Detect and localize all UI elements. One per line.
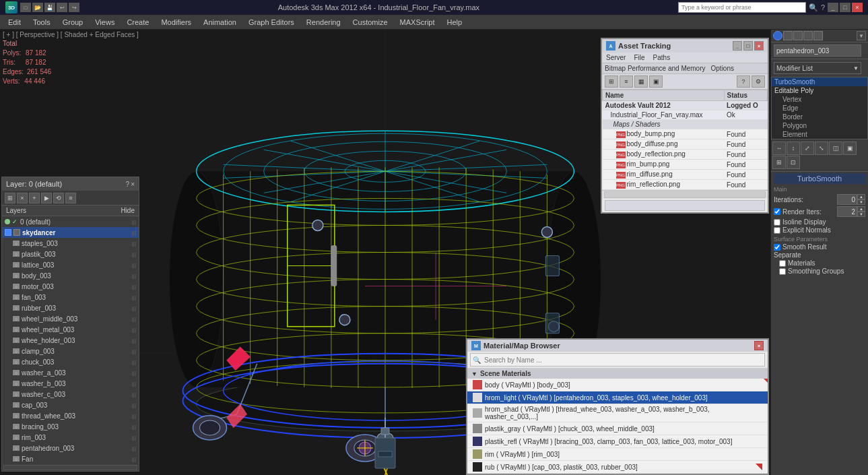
table-row[interactable]: PNGbody_reflection.png Found (603, 150, 768, 160)
minimize-btn[interactable]: _ (828, 3, 838, 12)
search-icon[interactable]: 🔍 (809, 3, 818, 12)
mat-item-rim[interactable]: rim ( VRayMtl ) [rim_003] (467, 448, 768, 461)
layer-panel-close[interactable]: × (131, 181, 135, 188)
layer-item-body[interactable]: ○ body_003 ||| (10, 270, 139, 281)
ts-iterations-up[interactable]: ▲ (857, 194, 865, 199)
layer-item-cap[interactable]: ○ cap_003 ||| (10, 400, 139, 410)
menu-group[interactable]: Group (57, 17, 89, 28)
layer-item-chuck[interactable]: ○ chuck_003 ||| (10, 356, 139, 367)
modifier-sub-border[interactable]: Border (772, 113, 867, 121)
layer-item-pentahedron[interactable]: ○ pentahedron_003 ||| (10, 443, 139, 453)
ts-isoline-check[interactable]: Isoline Display (774, 218, 865, 226)
layer-item-motor[interactable]: ○ motor_003 ||| (10, 281, 139, 292)
asset-tb-2[interactable]: ≡ (620, 75, 633, 88)
table-row[interactable]: Autodesk Vault 2012 Logged O (603, 101, 768, 110)
undo-btn[interactable]: ↩ (57, 3, 67, 12)
layer-scrollbar[interactable] (3, 465, 137, 470)
menu-tools[interactable]: Tools (28, 17, 56, 28)
asset-maximize-btn[interactable]: □ (743, 41, 753, 51)
layer-tb-refresh[interactable]: ⟲ (53, 193, 64, 203)
mat-item-hrom-shad[interactable]: hrom_shad ( VRayMtl ) [thread_whee_003, … (467, 404, 768, 422)
layer-item-rim[interactable]: ○ rim_003 ||| (10, 432, 139, 443)
table-row[interactable]: PNGrim_reflection.png Found (603, 180, 768, 190)
asset-menu-paths[interactable]: Paths (652, 53, 672, 62)
layer-item-wheel-metal[interactable]: ○ wheel_metal_003 ||| (10, 324, 139, 335)
asset-tb-4[interactable]: ▣ (649, 75, 663, 88)
layer-tb-expand[interactable]: ▶ (41, 193, 52, 203)
redo-btn[interactable]: ↪ (69, 3, 79, 12)
asset-bitmap-perf[interactable]: Bitmap Performance and Memory (605, 65, 706, 72)
menu-views[interactable]: Views (90, 17, 120, 28)
layer-item-plastik[interactable]: ○ plastik_003 ||| (10, 249, 139, 259)
color-icon-2[interactable] (783, 31, 793, 40)
layer-item-staples[interactable]: ○ staples_003 ||| (10, 238, 139, 249)
ts-explicit-normals-check[interactable]: Explicit Normals (774, 226, 865, 234)
layer-item-skydancer[interactable]: skydancer ||| (2, 227, 139, 238)
layer-item-default[interactable]: ✓ 0 (default) ||| (2, 216, 139, 227)
layer-item-washer-b[interactable]: ○ washer_b_003 ||| (10, 378, 139, 389)
color-icon-1[interactable] (773, 31, 782, 40)
layer-item-whee-holder[interactable]: ○ whee_holder_003 ||| (10, 335, 139, 346)
ts-explicit-normals-checkbox[interactable] (774, 227, 780, 234)
layer-item-washer-c[interactable]: ○ washer_c_003 ||| (10, 389, 139, 400)
ts-render-iters-value[interactable]: 2 (837, 206, 857, 217)
asset-options[interactable]: Options (711, 65, 734, 72)
ts-render-iters-check[interactable]: Render Iters: (774, 208, 822, 216)
right-tb-1[interactable]: ↔ (772, 141, 786, 155)
asset-close-btn[interactable]: × (754, 41, 764, 51)
mat-item-rub[interactable]: rub ( VRayMtl ) [cap_003, plastik_003, r… (467, 461, 768, 474)
search-input[interactable] (678, 2, 806, 13)
close-btn[interactable]: × (852, 3, 863, 12)
right-tb-3[interactable]: ⤢ (801, 141, 814, 155)
layer-item-washer-a[interactable]: ○ washer_a_003 ||| (10, 367, 139, 378)
help-icon[interactable]: ? (821, 3, 825, 11)
layer-item-rubber[interactable]: ○ rubber_003 ||| (10, 303, 139, 313)
material-close-btn[interactable]: × (754, 341, 764, 350)
asset-minimize-btn[interactable]: _ (733, 41, 742, 51)
table-row[interactable]: Industrial_Floor_Fan_vray.max Ok (603, 110, 768, 120)
table-row[interactable]: Maps / Shaders (603, 120, 768, 129)
material-section-title[interactable]: ▼ Scene Materials (467, 369, 768, 379)
mat-item-body[interactable]: body ( VRayMtl ) [body_003] (467, 379, 768, 391)
asset-menu-server[interactable]: Server (605, 53, 627, 62)
ts-iterations-value[interactable]: 0 (837, 194, 857, 205)
modifier-editable-poly[interactable]: Editable Poly (772, 86, 867, 95)
menu-maxscript[interactable]: MAXScript (395, 17, 440, 28)
object-name-input[interactable] (774, 44, 861, 57)
asset-menu-file[interactable]: File (632, 53, 646, 62)
right-tb-4[interactable]: ⤡ (815, 141, 828, 155)
table-row[interactable]: PNGbody_bump.png Found (603, 129, 768, 139)
asset-col-status[interactable]: Status (724, 90, 767, 101)
modifier-turbosmooth[interactable]: TurboSmooth (772, 77, 867, 86)
menu-graph-editors[interactable]: Graph Editors (243, 17, 300, 28)
table-row[interactable]: PNGbody_diffuse.png Found (603, 139, 768, 150)
asset-tb-3[interactable]: ▦ (634, 75, 648, 88)
ts-render-iters-checkbox[interactable] (774, 208, 780, 215)
mat-item-plastik-refl[interactable]: plastik_refl ( VRayMtl ) [bracing_003, c… (467, 435, 768, 448)
asset-col-name[interactable]: Name (603, 90, 725, 101)
menu-help[interactable]: Help (442, 17, 468, 28)
menu-animation[interactable]: Animation (198, 17, 242, 28)
ts-iterations-down[interactable]: ▼ (857, 199, 865, 205)
color-icon-4[interactable] (803, 31, 813, 40)
ts-render-iters-down[interactable]: ▼ (857, 212, 865, 217)
new-btn[interactable]: □ (20, 3, 31, 12)
asset-tb-1[interactable]: ⊞ (605, 75, 618, 88)
menu-create[interactable]: Create (121, 17, 154, 28)
ts-smoothing-groups-checkbox[interactable] (779, 268, 786, 275)
ts-materials-checkbox[interactable] (779, 260, 786, 267)
right-tb-2[interactable]: ↕ (787, 141, 800, 155)
layer-tb-grid[interactable]: ⊞ (5, 193, 15, 203)
right-tb-6[interactable]: ▣ (843, 141, 857, 155)
open-btn[interactable]: 📂 (32, 3, 43, 12)
right-expand-btn[interactable]: ▼ (857, 31, 866, 40)
layer-item-clamp[interactable]: ○ clamp_003 ||| (10, 346, 139, 356)
layer-item-wheel-middle[interactable]: ○ wheel_middle_003 ||| (10, 313, 139, 324)
mat-item-plastik-gray[interactable]: plastik_gray ( VRayMtl ) [chuck_003, whe… (467, 422, 768, 435)
layer-item-fan[interactable]: ○ fan_003 ||| (10, 292, 139, 303)
mat-item-hrom-light[interactable]: hrom_light ( VRayMtl ) [pentahedron_003,… (467, 391, 768, 404)
right-tb-8[interactable]: ⊡ (787, 156, 800, 169)
layer-item-bracing[interactable]: ○ bracing_003 ||| (10, 421, 139, 432)
modifier-list-dropdown[interactable]: Modifier List ▼ (774, 62, 861, 74)
asset-hscrollbar[interactable] (604, 191, 766, 198)
